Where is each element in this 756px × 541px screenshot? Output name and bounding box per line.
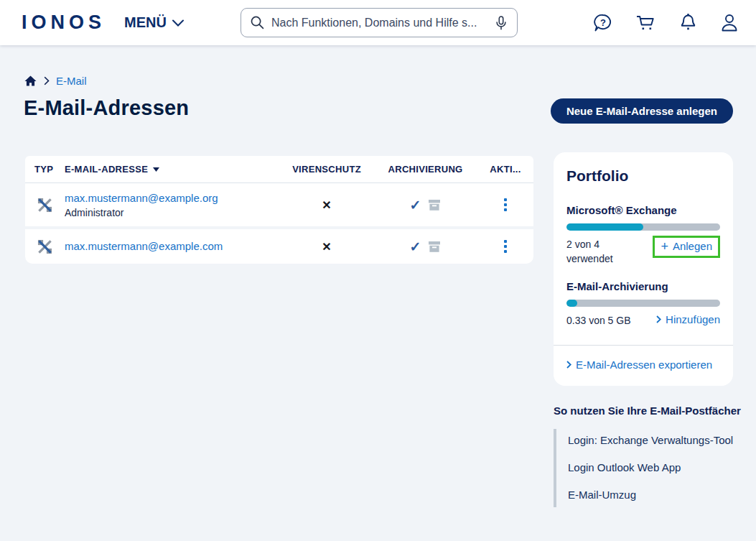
sort-descending-icon xyxy=(153,167,159,172)
exchange-icon xyxy=(25,198,65,213)
exchange-admin-tool-link[interactable]: Login: Exchange Verwaltungs-Tool xyxy=(568,434,742,446)
virenschutz-cell: ✕ xyxy=(280,240,373,254)
column-header-email-label: E-MAIL-ADRESSE xyxy=(65,164,148,175)
cart-icon[interactable] xyxy=(635,12,657,34)
row-actions-menu-icon[interactable] xyxy=(498,195,513,214)
actions-cell xyxy=(477,195,533,214)
table-header-row: TYP E-MAIL-ADRESSE VIRENSCHUTZ ARCHIVIER… xyxy=(25,156,533,183)
exchange-usage-label: 2 von 4 verwendet xyxy=(566,237,613,266)
virenschutz-cell: ✕ xyxy=(280,198,373,212)
new-email-address-button[interactable]: Neue E-Mail-Adresse anlegen xyxy=(551,98,733,124)
mailbox-help-section: So nutzen Sie Ihre E-Mail-Postfächer Log… xyxy=(554,404,742,507)
archiving-on-icon: ✓ xyxy=(410,197,421,213)
email-cell: max.mustermann@example.com xyxy=(65,240,280,253)
global-search xyxy=(241,8,518,37)
email-address-table: TYP E-MAIL-ADRESSE VIRENSCHUTZ ARCHIVIER… xyxy=(25,156,533,264)
action-highlight-box: + Anlegen xyxy=(653,236,720,258)
exchange-section-title: Microsoft® Exchange xyxy=(566,204,720,216)
bell-icon[interactable] xyxy=(678,12,699,34)
virus-protection-off-icon: ✕ xyxy=(322,240,331,254)
help-links-list: Login: Exchange Verwaltungs-Tool Login O… xyxy=(554,429,742,507)
email-cell: max.mustermann@example.org Administrator xyxy=(65,192,280,218)
account-icon[interactable] xyxy=(719,12,739,34)
card-divider xyxy=(554,345,733,346)
portfolio-title: Portfolio xyxy=(566,167,720,185)
outlook-web-app-link[interactable]: Login Outlook Web App xyxy=(568,461,742,473)
archive-box-icon[interactable] xyxy=(428,241,441,253)
plus-icon: + xyxy=(661,241,668,251)
exchange-progress-fill xyxy=(566,223,643,231)
archiving-progress-bar xyxy=(566,300,720,307)
email-umzug-link[interactable]: E-Mail-Umzug xyxy=(568,489,742,501)
anlegen-label: Anlegen xyxy=(673,240,712,252)
top-navigation-bar: IONOS MENÜ ? xyxy=(0,0,756,45)
archiving-section-title: E-Mail-Archivierung xyxy=(566,280,720,292)
export-addresses-label: E-Mail-Adressen exportieren xyxy=(576,359,712,371)
archive-box-icon[interactable] xyxy=(428,199,441,211)
breadcrumb-email-link[interactable]: E-Mail xyxy=(56,75,87,87)
ionos-logo[interactable]: IONOS xyxy=(22,11,106,34)
menu-button[interactable]: MENÜ xyxy=(124,14,184,31)
table-row: max.mustermann@example.org Administrator… xyxy=(25,183,533,226)
archiving-progress-fill xyxy=(566,300,577,307)
menu-label: MENÜ xyxy=(124,14,167,31)
archiving-on-icon: ✓ xyxy=(410,239,421,255)
microphone-icon[interactable] xyxy=(494,15,508,31)
svg-text:?: ? xyxy=(600,17,606,27)
breadcrumb: E-Mail xyxy=(24,75,87,87)
help-chat-icon[interactable]: ? xyxy=(592,12,614,34)
exchange-progress-bar xyxy=(566,223,720,231)
table-row: max.mustermann@example.com ✕ ✓ xyxy=(25,229,533,264)
portfolio-card: Portfolio Microsoft® Exchange 2 von 4 ve… xyxy=(554,152,733,386)
chevron-right-icon xyxy=(656,315,661,323)
column-header-archivierung: ARCHIVIERUNG xyxy=(373,164,477,175)
column-header-aktionen: AKTI... xyxy=(477,164,533,175)
home-icon[interactable] xyxy=(24,75,37,87)
email-address-link[interactable]: max.mustermann@example.com xyxy=(65,240,223,252)
hinzufuegen-link[interactable]: Hinzufügen xyxy=(656,313,720,325)
topbar-icon-group: ? xyxy=(592,0,739,45)
column-header-email[interactable]: E-MAIL-ADRESSE xyxy=(65,164,280,175)
archiving-usage-label: 0.33 von 5 GB xyxy=(566,313,631,328)
anlegen-link[interactable]: + Anlegen xyxy=(661,240,712,252)
search-icon xyxy=(250,15,265,30)
column-header-typ: TYP xyxy=(25,164,65,175)
chevron-right-icon xyxy=(566,361,571,369)
archivierung-cell: ✓ xyxy=(373,239,477,255)
row-actions-menu-icon[interactable] xyxy=(498,237,513,256)
email-address-link[interactable]: max.mustermann@example.org xyxy=(65,192,218,204)
archivierung-cell: ✓ xyxy=(373,197,477,213)
hinzufuegen-label: Hinzufügen xyxy=(666,313,720,325)
exchange-icon xyxy=(25,239,65,254)
column-header-virenschutz: VIRENSCHUTZ xyxy=(280,164,373,175)
chevron-right-icon xyxy=(44,76,50,85)
virus-protection-off-icon: ✕ xyxy=(322,198,331,212)
export-addresses-link[interactable]: E-Mail-Adressen exportieren xyxy=(566,359,712,371)
help-section-title: So nutzen Sie Ihre E-Mail-Postfächer xyxy=(554,404,742,417)
chevron-down-icon xyxy=(172,19,184,27)
search-input[interactable] xyxy=(271,17,487,29)
email-role-label: Administrator xyxy=(65,207,280,218)
actions-cell xyxy=(477,237,533,256)
page-title: E-Mail-Adressen xyxy=(24,96,189,120)
